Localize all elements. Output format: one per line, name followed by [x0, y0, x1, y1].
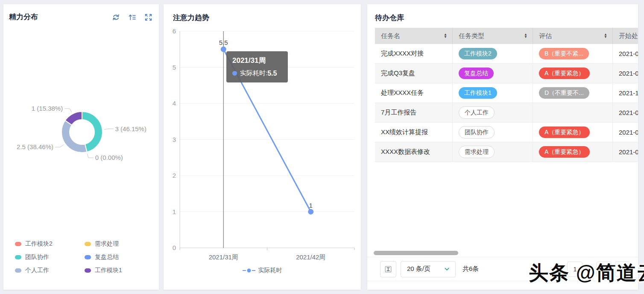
task-name-cell: 7月工作报告	[375, 103, 453, 122]
y-tick-label: 3	[173, 136, 176, 143]
task-type-cell: 团队协作	[453, 123, 533, 142]
eval-badge: A（重要紧急）	[539, 126, 590, 138]
point-value-label: 1	[309, 202, 313, 209]
start-date-cell: 2021-1	[613, 83, 638, 103]
task-type-badge: 工作模块1	[459, 87, 497, 99]
x-tick-label: 2021/31周	[209, 253, 238, 261]
legend-item[interactable]: 团队协作	[15, 253, 85, 261]
column-header-0[interactable]: 任务名▲▼	[375, 28, 453, 44]
todo-panel-title: 待办仓库	[375, 13, 404, 23]
eval-cell: B（重要不紧...	[533, 44, 613, 63]
legend-label: 工作模块2	[25, 240, 53, 248]
donut-slice-label: 2.5 (38.46%)	[17, 143, 53, 150]
column-header-2[interactable]: 评估▲▼	[533, 28, 613, 44]
tooltip-title: 2021/31周	[232, 56, 283, 65]
todo-table: 任务名▲▼任务类型▲▼评估▲▼开始处理 完成XXXX对接工作模块2B（重要不紧.…	[375, 28, 638, 162]
data-point[interactable]	[308, 209, 313, 215]
legend-label: 工作模块1	[95, 267, 122, 274]
task-name-cell: XX绩效计算提报	[375, 123, 453, 142]
start-date-cell: 2021-0	[613, 64, 638, 83]
column-sort-icon[interactable]: ▲▼	[444, 33, 447, 38]
column-header-label: 任务名	[381, 32, 400, 40]
donut-slice-label: 0 (0.00%)	[95, 154, 123, 161]
attention-panel: 注意力趋势 01234562021/31周2021/42周5.51 2021/3…	[164, 4, 361, 290]
legend-item[interactable]: 复盘总结	[85, 253, 122, 261]
y-tick-label: 5	[173, 64, 176, 71]
y-tick-label: 1	[173, 208, 176, 215]
table-row[interactable]: 完成XXXX对接工作模块2B（重要不紧...2021-0	[375, 44, 638, 64]
donut-slice-label: 3 (46.15%)	[115, 125, 146, 132]
label-leader-line	[104, 129, 114, 129]
task-type-cell: 工作模块1	[453, 83, 533, 103]
legend-item[interactable]: 需求处理	[85, 240, 122, 248]
energy-donut-chart[interactable]: 3 (46.15%)0 (0.00%)2.5 (38.46%)1 (15.38%…	[3, 4, 159, 218]
horizontal-scrollbar-thumb[interactable]	[374, 251, 458, 255]
table-row[interactable]: XX绩效计算提报团队协作A（重要紧急）2021-0	[375, 123, 638, 142]
line-legend-marker-icon	[243, 268, 255, 273]
x-tick-label: 2021/42周	[296, 253, 325, 261]
table-body: 完成XXXX对接工作模块2B（重要不紧...2021-0完成Q3复盘复盘总结A（…	[375, 44, 638, 162]
todo-panel: 待办仓库 任务名▲▼任务类型▲▼评估▲▼开始处理 完成XXXX对接工作模块2B（…	[367, 4, 638, 290]
task-type-cell: 工作模块2	[453, 44, 533, 63]
legend-marker-icon	[15, 255, 21, 259]
page-size-select[interactable]: 20 条/页	[401, 261, 456, 277]
eval-badge: B（重要不紧...	[539, 48, 589, 59]
table-row[interactable]: 完成Q3复盘复盘总结A（重要紧急）2021-0	[375, 64, 638, 83]
legend-marker-icon	[85, 268, 91, 273]
label-leader-line	[64, 109, 72, 112]
column-sort-icon[interactable]: ▲▼	[524, 33, 527, 38]
legend-marker-icon	[15, 268, 21, 273]
sort-down-icon: ▼	[444, 36, 447, 38]
eval-cell: D（不重要不...	[533, 83, 613, 103]
task-name-cell: XXXX数据表修改	[375, 142, 453, 162]
column-sort-icon[interactable]: ▲▼	[604, 33, 607, 38]
task-type-badge: 复盘总结	[459, 68, 494, 79]
legend-label: 需求处理	[95, 240, 119, 248]
start-date-cell: 2021-0	[613, 142, 638, 162]
task-type-cell: 需求处理	[453, 142, 533, 162]
y-tick-label: 2	[173, 172, 176, 179]
data-point[interactable]	[221, 47, 226, 52]
task-name-cell: 完成Q3复盘	[375, 64, 453, 83]
legend-marker-icon	[85, 255, 91, 259]
total-count-label: 共6条	[463, 265, 479, 273]
eval-cell	[533, 103, 613, 122]
start-date-cell: 2021-0	[613, 103, 638, 122]
table-row[interactable]: XXXX数据表修改需求处理A（重要紧急）2021-0	[375, 142, 638, 162]
column-header-1[interactable]: 任务类型▲▼	[453, 28, 533, 44]
legend-marker-icon	[85, 242, 91, 246]
attention-legend-label: 实际耗时	[258, 267, 282, 274]
table-header-row: 任务名▲▼任务类型▲▼评估▲▼开始处理	[375, 28, 638, 44]
tooltip-series-label: 实际耗时:	[240, 69, 267, 77]
chevron-down-icon	[444, 266, 450, 272]
legend-item[interactable]: 个人工作	[15, 267, 85, 274]
attention-legend-item[interactable]: 实际耗时	[164, 267, 361, 274]
label-leader-line	[87, 153, 93, 158]
task-type-badge: 个人工作	[459, 106, 495, 119]
eval-badge: A（重要紧急）	[539, 146, 590, 158]
table-row[interactable]: 处理XXXX任务工作模块1D（不重要不...2021-1	[375, 83, 638, 103]
legend-label: 团队协作	[25, 253, 49, 261]
task-type-badge: 团队协作	[459, 126, 495, 138]
legend-item[interactable]: 工作模块2	[15, 240, 85, 248]
y-tick-label: 6	[173, 27, 176, 35]
energy-panel: 精力分布 3 (46.15%)0 (0.00%)2.5 (38.46%)1 (1…	[3, 4, 159, 290]
y-tick-label: 0	[173, 244, 176, 251]
legend-item[interactable]: 工作模块1	[85, 267, 122, 274]
task-type-cell: 复盘总结	[453, 64, 533, 83]
column-header-label: 开始处理	[619, 32, 638, 40]
column-header-label: 评估	[539, 32, 552, 40]
start-date-cell: 2021-0	[613, 44, 638, 63]
table-row[interactable]: 7月工作报告个人工作2021-0	[375, 103, 638, 123]
page-size-value: 20 条/页	[407, 265, 430, 273]
donut-slice[interactable]	[61, 121, 87, 153]
eval-cell: A（重要紧急）	[533, 123, 613, 142]
task-name-cell: 处理XXXX任务	[375, 83, 453, 103]
sort-down-icon: ▼	[524, 36, 527, 38]
watermark: 头条 @简道云	[529, 260, 644, 286]
tooltip-value: 5.5	[267, 70, 277, 77]
start-date-cell: 2021-0	[613, 123, 638, 142]
attention-line-chart[interactable]: 01234562021/31周2021/42周5.51	[164, 4, 361, 265]
column-header-3[interactable]: 开始处理	[613, 28, 638, 44]
row-height-icon[interactable]	[380, 261, 396, 277]
